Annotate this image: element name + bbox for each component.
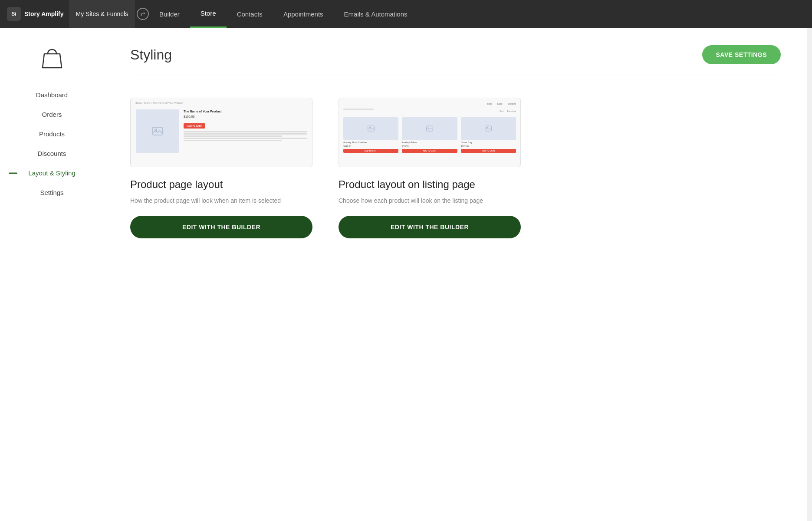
mockup-sort: Sort	[500, 110, 503, 112]
nav-contacts[interactable]: Contacts	[227, 0, 273, 28]
mockup-card-title-2: Anxiety Pillow	[402, 141, 457, 144]
svg-rect-4	[427, 126, 433, 131]
product-page-edit-button[interactable]: EDIT WITH THE BUILDER	[130, 216, 312, 238]
mockup-product-card-1: Anxiety Floor Cushion $441.00 ADD TO CAR…	[343, 117, 398, 153]
mockup-nav-1: Shop	[487, 102, 492, 105]
mockup-card-title-3: Grass Bag	[461, 141, 516, 144]
product-page-card-title: Product page layout	[130, 178, 312, 191]
mockup-favorites: Favorites	[507, 110, 516, 112]
mockup-product-name: The Name of Your Product	[184, 109, 307, 113]
page-title: Styling	[130, 47, 172, 63]
sidebar: Dashboard Orders Products Discounts Layo…	[0, 28, 104, 521]
swap-icon[interactable]: ⇄	[137, 8, 149, 20]
nav-builder[interactable]: Builder	[149, 0, 190, 28]
nav-links: Builder Store Contacts Appointments Emai…	[149, 0, 418, 28]
mockup-card-price-1: $441.00	[343, 145, 398, 148]
mockup-add-to-cart: ADD TO CART	[184, 123, 205, 129]
sites-funnels-label: My Sites & Funnels	[76, 10, 128, 17]
main-content: Styling SAVE SETTINGS Home / Store / The…	[104, 28, 807, 521]
sidebar-item-layout-styling[interactable]: Layout & Styling	[0, 163, 104, 183]
mockup-desc-2	[184, 133, 307, 135]
page-header: Styling SAVE SETTINGS	[130, 45, 781, 75]
nav-store[interactable]: Store	[190, 0, 227, 28]
mockup-card-price-2: $53.55	[402, 145, 457, 148]
mockup-listing-layout: Shop Store Sections Sort Favorites	[339, 98, 520, 167]
product-page-card: Home / Store / The Name of Your Product …	[130, 98, 312, 238]
store-bag-icon	[39, 45, 65, 71]
nav-appointments[interactable]: Appointments	[273, 0, 334, 28]
logo-area[interactable]: Si Story Amplify	[7, 7, 69, 21]
mockup-search-bar	[343, 109, 374, 110]
mockup-card-btn-3: ADD TO CART	[461, 149, 516, 153]
mockup-products-grid: Anxiety Floor Cushion $441.00 ADD TO CAR…	[343, 117, 516, 153]
mockup-product-card-2: Anxiety Pillow $53.55 ADD TO CART	[402, 117, 457, 153]
mockup-nav-3: Sections	[508, 102, 516, 105]
mockup-price: $100.00	[184, 115, 307, 118]
top-navigation: Si Story Amplify My Sites & Funnels ⇄ Bu…	[0, 0, 812, 28]
mockup-desc-3	[184, 135, 282, 137]
sidebar-item-orders[interactable]: Orders	[0, 105, 104, 124]
mockup-card-btn-2: ADD TO CART	[402, 149, 457, 153]
mockup-card-image-3	[461, 117, 516, 140]
brand-name: Story Amplify	[24, 10, 64, 17]
mockup-product-layout: The Name of Your Product $100.00 ADD TO …	[131, 98, 312, 167]
product-page-preview: Home / Store / The Name of Your Product …	[130, 98, 312, 167]
mockup-desc-1	[184, 131, 307, 132]
mockup-card-image-2	[402, 117, 457, 140]
sites-funnels-button[interactable]: My Sites & Funnels	[69, 0, 135, 28]
product-page-card-desc: How the product page will look when an i…	[130, 196, 312, 205]
app-container: Dashboard Orders Products Discounts Layo…	[0, 28, 812, 521]
sidebar-item-discounts[interactable]: Discounts	[0, 144, 104, 163]
sidebar-item-products[interactable]: Products	[0, 124, 104, 144]
sidebar-item-settings[interactable]: Settings	[0, 183, 104, 202]
scrollbar[interactable]	[807, 28, 812, 521]
sidebar-nav: Dashboard Orders Products Discounts Layo…	[0, 85, 104, 202]
mockup-product-image	[136, 109, 179, 153]
listing-page-edit-button[interactable]: EDIT WITH THE BUILDER	[339, 216, 521, 238]
mockup-nav-2: Store	[497, 102, 503, 105]
logo-icon: Si	[7, 7, 21, 21]
mockup-card-image-1	[343, 117, 398, 140]
listing-page-card-desc: Choose how each product will look on the…	[339, 196, 521, 205]
sidebar-item-dashboard[interactable]: Dashboard	[0, 85, 104, 105]
mockup-card-btn-1: ADD TO CART	[343, 149, 398, 153]
mockup-desc-5	[184, 140, 282, 141]
listing-page-card: Shop Store Sections Sort Favorites	[339, 98, 521, 238]
svg-rect-6	[485, 126, 492, 131]
mockup-product-info: The Name of Your Product $100.00 ADD TO …	[184, 103, 307, 162]
nav-emails[interactable]: Emails & Automations	[334, 0, 418, 28]
mockup-product-card-3: Grass Bag $182.00 ADD TO CART	[461, 117, 516, 153]
listing-page-card-title: Product layout on listing page	[339, 178, 521, 191]
svg-rect-2	[368, 126, 374, 131]
mockup-breadcrumb: Home / Store / The Name of Your Product	[135, 102, 183, 104]
cards-container: Home / Store / The Name of Your Product …	[130, 89, 781, 238]
mockup-card-title-1: Anxiety Floor Cushion	[343, 141, 398, 144]
svg-rect-0	[153, 127, 162, 135]
mockup-desc-4	[184, 138, 307, 139]
mockup-nav-bar: Shop Store Sections	[343, 102, 516, 105]
listing-page-preview: Shop Store Sections Sort Favorites	[339, 98, 521, 167]
save-settings-button[interactable]: SAVE SETTINGS	[702, 45, 781, 64]
mockup-card-price-3: $182.00	[461, 145, 516, 148]
